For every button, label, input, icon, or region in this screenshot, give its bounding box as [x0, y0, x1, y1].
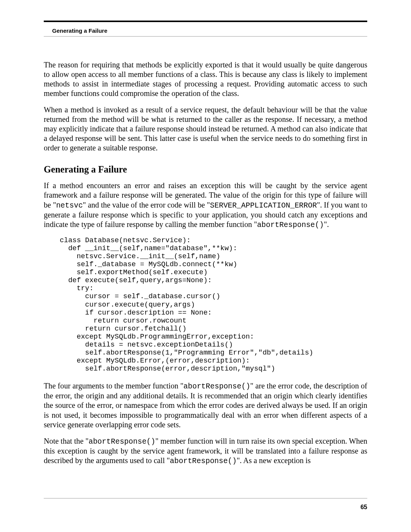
footer-divider [44, 498, 367, 498]
text-run: " and the value of the error code will b… [83, 201, 210, 209]
text-run: ". As a new exception is [237, 456, 311, 465]
section-heading: Generating a Failure [44, 164, 367, 175]
code-inline-netsvc: netsvc [56, 201, 83, 210]
text-run: The four arguments to the member functio… [44, 382, 183, 390]
text-run: Note that the " [44, 437, 89, 445]
paragraph-1: The reason for requiring that methods be… [44, 60, 367, 98]
code-inline-abortresponse: abortResponse() [170, 457, 237, 465]
paragraph-4: The four arguments to the member functio… [44, 381, 367, 429]
header-divider [44, 36, 367, 37]
running-head: Generating a Failure [44, 24, 367, 36]
code-inline-abortresponse: abortResponse() [89, 438, 156, 446]
code-inline-abortresponse: abortResponse() [257, 221, 324, 229]
code-block: class Database(netsvc.Service): def __in… [60, 236, 367, 373]
top-rule [44, 21, 367, 22]
paragraph-2: When a method is invoked as a result of … [44, 105, 367, 153]
paragraph-5: Note that the "abortResponse()" member f… [44, 436, 367, 466]
code-inline-abortresponse: abortResponse() [183, 382, 250, 391]
document-page: Generating a Failure The reason for requ… [0, 0, 411, 532]
page-number: 65 [360, 504, 367, 511]
paragraph-3: If a method encounters an error and rais… [44, 181, 367, 229]
text-run: ". [324, 220, 329, 228]
code-inline-server-error: SERVER_APPLICATION_ERROR [210, 201, 317, 210]
